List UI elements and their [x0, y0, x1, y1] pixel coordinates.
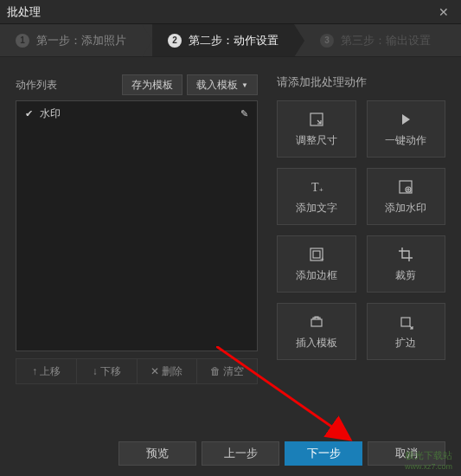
load-template-button[interactable]: 载入模板 ▼: [187, 74, 258, 95]
step-separator: [294, 24, 304, 57]
border-icon: +: [308, 246, 325, 263]
action-expand-label: 扩边: [395, 336, 416, 351]
arrow-up-icon: ↑: [32, 365, 37, 377]
svg-rect-6: [313, 251, 320, 258]
list-item-label: 水印: [40, 106, 234, 121]
action-oneclick[interactable]: 一键动作: [367, 100, 446, 158]
edit-icon[interactable]: ✎: [240, 108, 248, 119]
action-crop[interactable]: 裁剪: [367, 235, 446, 293]
svg-text:T: T: [311, 181, 319, 194]
move-down-label: 下移: [100, 364, 121, 379]
text-icon: T+: [308, 178, 325, 196]
svg-text:+: +: [320, 255, 324, 262]
action-watermark[interactable]: 添加水印: [367, 168, 446, 225]
trash-icon: 🗑: [210, 365, 221, 377]
save-template-button[interactable]: 存为模板: [122, 74, 182, 95]
step-3-num: 3: [320, 34, 334, 48]
chevron-down-icon: ▼: [241, 81, 248, 89]
delete-button[interactable]: ✕ 删除: [138, 359, 198, 383]
delete-icon: ✕: [150, 365, 159, 377]
svg-rect-8: [311, 319, 322, 326]
footer: 预览 上一步 下一步 取消: [113, 441, 445, 466]
right-panel: 请添加批处理动作 调整尺寸 一键动作 T+ 添加文字 添加水印 + 添加边框: [277, 74, 445, 384]
preview-button[interactable]: 预览: [118, 441, 196, 466]
window-title: 批处理: [7, 4, 433, 20]
step-2-label: 第二步：动作设置: [189, 33, 279, 48]
action-resize[interactable]: 调整尺寸: [277, 100, 356, 158]
action-oneclick-label: 一键动作: [385, 133, 426, 148]
expand-icon: [397, 313, 414, 331]
right-panel-title: 请添加批处理动作: [277, 74, 445, 90]
action-resize-label: 调整尺寸: [296, 133, 337, 148]
step-1-label: 第一步：添加照片: [36, 33, 126, 48]
action-template-label: 插入模板: [296, 336, 337, 351]
template-icon: [308, 313, 325, 331]
action-watermark-label: 添加水印: [385, 201, 426, 215]
step-2-num: 2: [168, 34, 182, 48]
close-icon: ✕: [439, 5, 449, 19]
move-up-label: 上移: [40, 364, 61, 379]
crop-icon: [397, 246, 414, 263]
step-3: 3 第三步：输出设置: [304, 24, 446, 56]
check-icon: ✔: [25, 108, 33, 119]
step-1-num: 1: [16, 34, 29, 48]
step-2[interactable]: 2 第二步：动作设置: [152, 24, 294, 56]
resize-icon: [308, 111, 325, 128]
action-border-label: 添加边框: [296, 268, 337, 283]
step-1[interactable]: 1 第一步：添加照片: [0, 24, 142, 56]
action-addtext[interactable]: T+ 添加文字: [277, 168, 356, 225]
left-panel: 动作列表 存为模板 载入模板 ▼ ✔ 水印 ✎ ↑ 上移 ↓ 下移: [16, 74, 258, 384]
titlebar: 批处理 ✕: [0, 0, 461, 24]
action-addtext-label: 添加文字: [296, 201, 337, 215]
action-list-title: 动作列表: [16, 78, 118, 93]
content: 动作列表 存为模板 载入模板 ▼ ✔ 水印 ✎ ↑ 上移 ↓ 下移: [0, 57, 461, 393]
action-template[interactable]: 插入模板: [277, 303, 356, 360]
panel-header: 动作列表 存为模板 载入模板 ▼: [16, 74, 258, 95]
list-controls: ↑ 上移 ↓ 下移 ✕ 删除 🗑 清空: [16, 358, 258, 384]
svg-text:+: +: [319, 186, 323, 194]
play-icon: [397, 111, 414, 128]
action-expand[interactable]: 扩边: [367, 303, 446, 360]
prev-button[interactable]: 上一步: [202, 441, 279, 466]
move-up-button[interactable]: ↑ 上移: [16, 359, 77, 383]
close-button[interactable]: ✕: [433, 3, 454, 21]
stepper: 1 第一步：添加照片 2 第二步：动作设置 3 第三步：输出设置: [0, 24, 461, 57]
delete-label: 删除: [162, 364, 182, 379]
action-crop-label: 裁剪: [395, 268, 416, 283]
action-list[interactable]: ✔ 水印 ✎: [16, 100, 258, 351]
action-border[interactable]: + 添加边框: [277, 235, 356, 293]
watermark-icon: [397, 178, 414, 196]
load-template-label: 载入模板: [196, 78, 238, 93]
next-button[interactable]: 下一步: [285, 441, 362, 466]
step-3-label: 第三步：输出设置: [341, 33, 431, 48]
clear-label: 清空: [223, 364, 244, 379]
move-down-button[interactable]: ↓ 下移: [77, 359, 138, 383]
action-grid: 调整尺寸 一键动作 T+ 添加文字 添加水印 + 添加边框 裁剪: [277, 100, 445, 360]
svg-rect-9: [401, 318, 410, 326]
cancel-button[interactable]: 取消: [368, 441, 445, 466]
arrow-down-icon: ↓: [93, 365, 98, 377]
clear-button[interactable]: 🗑 清空: [197, 359, 257, 383]
step-separator: [142, 24, 152, 57]
list-item[interactable]: ✔ 水印 ✎: [16, 101, 257, 126]
